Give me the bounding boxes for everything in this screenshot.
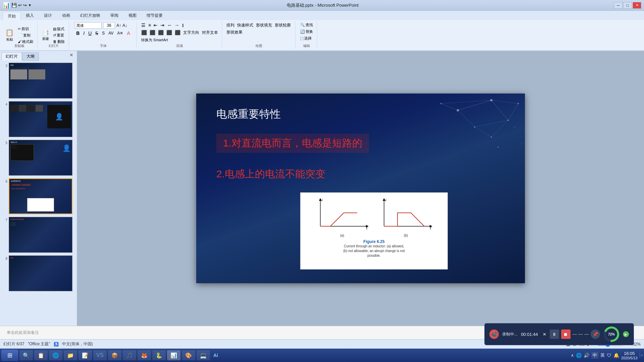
rec-stop-btn[interactable]: ⏹	[561, 329, 571, 339]
tray-notification[interactable]: 🔔	[613, 353, 619, 358]
shape-outline-button[interactable]: 形状轮廓	[274, 22, 292, 28]
taskbar-app6[interactable]: 📦	[108, 350, 121, 360]
shape-fill-button[interactable]: 形状填充	[255, 22, 273, 28]
quick-save[interactable]: 💾	[11, 3, 17, 8]
font-name-box[interactable]: 黑体	[75, 22, 102, 29]
rec-pin-btn[interactable]: 📌	[591, 329, 600, 339]
font-color-button[interactable]: A	[125, 30, 131, 36]
taskbar-ie[interactable]: 🌐	[49, 350, 62, 360]
align-top-button[interactable]: ⬛	[174, 29, 181, 36]
paragraph-label: 段落	[176, 44, 183, 48]
convert-smartart-button[interactable]: 转换为 SmartArt	[140, 37, 169, 43]
tray-show-hidden[interactable]: ∧	[571, 353, 574, 358]
panel-header: 幻灯片 大纲 ✕	[1, 52, 75, 61]
tray-ime-en[interactable]: 英	[600, 352, 605, 358]
taskbar-word[interactable]: 📝	[78, 350, 92, 360]
reset-button[interactable]: ↺重置	[52, 33, 66, 38]
panel-close-button[interactable]: ✕	[67, 52, 75, 61]
tab-review[interactable]: 审阅	[105, 11, 123, 20]
minimize-button[interactable]: ─	[614, 2, 623, 9]
tray-show-desktop[interactable]: ▫	[640, 353, 643, 358]
font-grow-icon[interactable]: A↑	[116, 23, 121, 28]
tray-ime-cn[interactable]: 中	[591, 352, 598, 359]
taskbar-python[interactable]: 🐍	[152, 350, 166, 360]
taskbar-paint[interactable]: 🎨	[182, 350, 195, 360]
arrange-button[interactable]: 排列	[225, 22, 235, 28]
taskbar-firefox[interactable]: 🦊	[138, 350, 151, 360]
tab-home[interactable]: 开始	[3, 12, 21, 20]
rec-pause-btn[interactable]: ⏸	[550, 329, 559, 339]
panel-tab-slides[interactable]: 幻灯片	[1, 52, 22, 61]
taskbar: ⊞ 🔍 📋 🌐 📁 📝 VS 📦 🎵 🦊 🐍 📊 🎨 💻 Ai ∧ 🌐 🔊 中 …	[0, 349, 644, 362]
svg-point-11	[490, 99, 492, 101]
tab-story[interactable]: 情节提要	[142, 11, 168, 20]
slide-thumb-7[interactable]: 7 电感的功率和能量 —— = —— —— = —— —— = ——	[1, 216, 75, 253]
maximize-button[interactable]: □	[623, 2, 632, 9]
select-button[interactable]: ⬚选择	[299, 36, 313, 41]
align-center-button[interactable]: ⬛	[149, 29, 156, 36]
slide-thumb-8[interactable]: 8 电容	[1, 255, 75, 292]
font-shrink-icon[interactable]: A↓	[122, 23, 127, 28]
tab-view[interactable]: 视图	[123, 11, 142, 20]
replace-button[interactable]: 🔄替换	[299, 29, 314, 35]
rec-arrow-btn[interactable]: ▶	[623, 331, 629, 337]
justify-button[interactable]: ⬛	[165, 29, 173, 36]
paste-button[interactable]: 📋 粘贴	[4, 28, 15, 43]
list-bullets-button[interactable]: ☰	[140, 22, 147, 28]
rtl-button[interactable]: ↔	[166, 22, 173, 28]
taskbar-clock[interactable]: 16:05 2020/5/13	[621, 351, 638, 360]
tab-slideshow[interactable]: 幻灯片放映	[75, 11, 105, 20]
list-numbers-button[interactable]: ≡	[147, 22, 152, 28]
fit-text-button[interactable]: 对齐文本	[201, 29, 219, 36]
copy-button[interactable]: 📄复制	[16, 33, 35, 38]
accessibility-icon[interactable]: ♿	[54, 342, 59, 347]
find-button[interactable]: 🔍查找	[299, 22, 314, 28]
text-direction-button[interactable]: 文字方向	[182, 29, 200, 36]
strikethrough-button[interactable]: S̶	[94, 30, 100, 36]
shape-effect-button[interactable]: 形状效果	[225, 29, 244, 36]
quick-undo[interactable]: ↩	[18, 3, 22, 8]
indent-decrease-button[interactable]: ⇤	[153, 22, 159, 28]
layout-button[interactable]: ▤版式	[52, 26, 66, 32]
align-right-button[interactable]: ⬛	[157, 29, 165, 36]
close-button[interactable]: ✕	[633, 2, 641, 9]
taskbar-search[interactable]: 🔍	[19, 350, 33, 360]
tray-network-icon[interactable]: 🌐	[576, 353, 582, 358]
columns-button[interactable]: ⫿	[181, 22, 185, 28]
panel-tab-outline[interactable]: 大纲	[22, 52, 39, 61]
cut-button[interactable]: ✂剪切	[16, 26, 35, 32]
start-button[interactable]: ⊞	[1, 350, 18, 361]
underline-button[interactable]: U	[87, 30, 93, 36]
tray-antivirus-icon[interactable]: 🛡	[607, 353, 611, 358]
indent-increase-button[interactable]: ⇥	[159, 22, 165, 28]
tray-audio-icon[interactable]: 🔊	[584, 353, 589, 358]
clear-format-button[interactable]: A✕	[116, 31, 124, 36]
tab-design[interactable]: 设计	[39, 11, 57, 20]
taskbar-vs[interactable]: VS	[93, 350, 107, 360]
slide-thumb-6[interactable]: 6 电感重要特性 1.对直流电而言，电感是短路的 2.电感上的电流不能突变	[1, 178, 75, 215]
taskbar-taskview[interactable]: 📋	[34, 350, 48, 360]
quick-more[interactable]: ▼	[28, 3, 32, 7]
language-info[interactable]: 中文(简体，中国)	[62, 341, 93, 347]
taskbar-media[interactable]: 🎵	[123, 350, 136, 360]
bold-button[interactable]: B	[75, 30, 81, 36]
ltr-button[interactable]: →	[173, 22, 180, 28]
font-size-box[interactable]: 36	[103, 22, 115, 29]
taskbar-explorer[interactable]: 📁	[64, 350, 77, 360]
tab-insert[interactable]: 插入	[21, 11, 39, 20]
taskbar-term[interactable]: 💻	[197, 350, 210, 360]
quick-redo[interactable]: ↪	[23, 3, 27, 8]
shadow-button[interactable]: S	[101, 31, 106, 36]
align-left-button[interactable]: ⬛	[140, 29, 148, 36]
slide-thumb-3[interactable]: 3 电路 ——————————————	[1, 62, 75, 99]
italic-button[interactable]: I	[82, 30, 86, 36]
slide-editor[interactable]: 电感重要特性 1.对直流电而言，电感是短路的 2.电感上的电流不能突变	[77, 51, 644, 326]
slide-thumb-4[interactable]: 4 👤	[1, 101, 75, 138]
taskbar-powerpoint[interactable]: 📊	[167, 350, 180, 360]
quick-styles-button[interactable]: 快速样式	[236, 22, 254, 28]
spacing-button[interactable]: AV	[107, 31, 115, 36]
slide-thumb-5[interactable]: 5 电感公式 —— = —— —— = —— 👤	[1, 139, 75, 176]
rec-close-btn[interactable]: ✕	[543, 332, 546, 337]
new-slide-button[interactable]: 📑 新建	[41, 29, 50, 42]
tab-animation[interactable]: 动画	[57, 11, 75, 20]
